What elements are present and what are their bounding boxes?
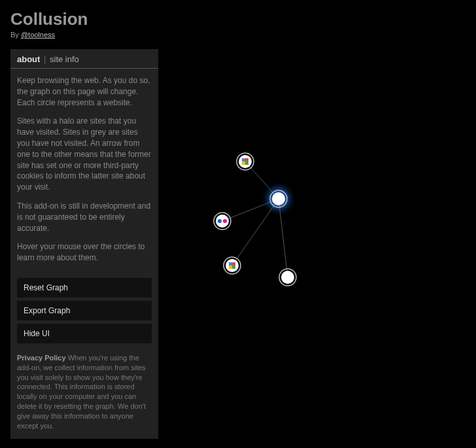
reset-graph-button[interactable]: Reset Graph [17,278,152,298]
export-graph-button[interactable]: Export Graph [17,301,152,320]
graph-node-flickr[interactable] [214,213,231,230]
google-icon [229,262,235,269]
hide-ui-button[interactable]: Hide UI [17,324,152,343]
svg-rect-17 [229,266,232,269]
about-p3: This add-on is still in development and … [17,201,152,233]
graph-edge [279,199,288,277]
tab-site-info[interactable]: site info [50,54,79,64]
about-content: Keep browsing the web. As you do so, the… [10,69,158,278]
svg-point-1 [272,192,285,205]
svg-rect-5 [242,158,245,162]
graph-node-plain[interactable] [279,269,296,286]
about-p4: Hover your mouse over the circles to lea… [17,241,152,264]
sidebar: about | site info Keep browsing the web.… [10,49,158,439]
tab-about[interactable]: about [17,54,40,64]
svg-rect-18 [232,266,235,269]
tab-separator: | [44,54,46,64]
privacy-text: When you're using the add-on, we collect… [17,354,146,430]
tabs: about | site info [10,49,158,69]
privacy-label: Privacy Policy [17,354,66,362]
svg-rect-8 [245,162,248,165]
svg-rect-15 [229,262,232,266]
graph-edge [232,199,279,266]
graph-node-center[interactable] [269,189,288,209]
svg-point-19 [281,271,294,284]
author-link[interactable]: @toolness [21,31,55,39]
svg-rect-6 [245,158,248,162]
graph-node-google2[interactable] [224,257,241,274]
by-prefix: By [10,31,21,39]
graph-canvas[interactable] [170,0,476,448]
about-p1: Keep browsing the web. As you do so, the… [17,75,152,108]
about-p2: Sites with a halo are sites that you hav… [17,116,152,193]
svg-point-11 [218,219,222,223]
graph-node-google1[interactable] [237,153,254,170]
privacy-policy: Privacy Policy When you're using the add… [10,353,158,439]
google-icon [242,158,248,165]
svg-rect-7 [242,162,245,165]
button-group: Reset Graph Export Graph Hide UI [10,278,158,353]
svg-point-12 [223,219,227,223]
svg-rect-16 [232,262,235,266]
